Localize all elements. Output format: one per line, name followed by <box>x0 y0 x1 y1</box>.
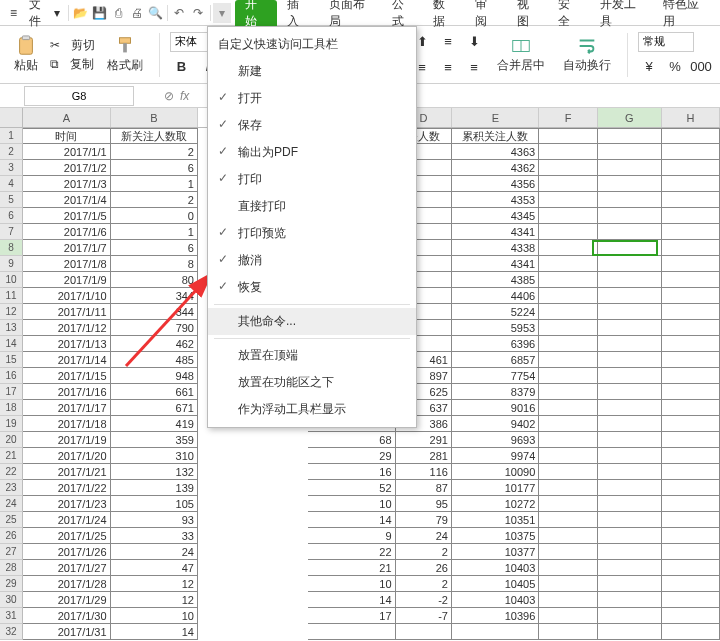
cell[interactable] <box>598 576 662 592</box>
col-header-b[interactable]: B <box>111 108 198 127</box>
row-header[interactable]: 4 <box>0 176 23 192</box>
cell[interactable]: 8 <box>111 256 198 272</box>
cell[interactable] <box>662 448 720 464</box>
cell[interactable]: 4385 <box>452 272 539 288</box>
cell[interactable]: 8379 <box>452 384 539 400</box>
dropdown-item-7[interactable]: ✓撤消 <box>208 247 416 274</box>
row-header[interactable]: 6 <box>0 208 23 224</box>
cell[interactable] <box>598 240 662 256</box>
cell[interactable] <box>662 176 720 192</box>
cell[interactable]: 10351 <box>452 512 539 528</box>
cell[interactable] <box>662 496 720 512</box>
cell[interactable]: 4362 <box>452 160 539 176</box>
cell[interactable]: 116 <box>396 464 452 480</box>
cell[interactable] <box>539 240 597 256</box>
merge-button[interactable]: 合并居中 <box>491 33 551 76</box>
cell[interactable] <box>598 288 662 304</box>
cell[interactable]: 0 <box>111 208 198 224</box>
cell[interactable] <box>539 208 597 224</box>
cell[interactable] <box>598 384 662 400</box>
cell[interactable]: 9402 <box>452 416 539 432</box>
row-header[interactable]: 26 <box>0 528 23 544</box>
row-header[interactable]: 12 <box>0 304 23 320</box>
cell[interactable] <box>662 432 720 448</box>
cell[interactable]: 4353 <box>452 192 539 208</box>
dropdown-item-8[interactable]: ✓恢复 <box>208 274 416 301</box>
row-header[interactable]: 22 <box>0 464 23 480</box>
cell[interactable]: 2017/1/23 <box>23 496 110 512</box>
cell[interactable] <box>539 320 597 336</box>
cell[interactable] <box>539 560 597 576</box>
cell[interactable]: 12 <box>111 592 198 608</box>
row-header[interactable]: 15 <box>0 352 23 368</box>
print-icon[interactable]: 🖨 <box>128 3 147 23</box>
row-header[interactable]: 3 <box>0 160 23 176</box>
cell[interactable]: 16 <box>308 464 395 480</box>
row-header[interactable]: 20 <box>0 432 23 448</box>
cell[interactable]: 10 <box>308 496 395 512</box>
cell[interactable]: 10403 <box>452 592 539 608</box>
cell[interactable] <box>662 576 720 592</box>
cell[interactable]: 344 <box>111 288 198 304</box>
cell[interactable]: 4341 <box>452 256 539 272</box>
cell[interactable] <box>598 192 662 208</box>
cell[interactable]: 10403 <box>452 560 539 576</box>
cell[interactable]: 2017/1/9 <box>23 272 110 288</box>
align-center-button[interactable]: ≡ <box>437 57 459 79</box>
cell[interactable]: 2017/1/4 <box>23 192 110 208</box>
bold-button[interactable]: B <box>170 56 192 78</box>
cell[interactable]: 344 <box>111 304 198 320</box>
row-header[interactable]: 25 <box>0 512 23 528</box>
cell[interactable]: 9 <box>308 528 395 544</box>
cell[interactable]: 2017/1/18 <box>23 416 110 432</box>
cell[interactable]: 9693 <box>452 432 539 448</box>
cell[interactable]: 105 <box>111 496 198 512</box>
cell[interactable] <box>539 224 597 240</box>
row-header[interactable]: 28 <box>0 560 23 576</box>
row-header[interactable]: 23 <box>0 480 23 496</box>
cell[interactable]: 10375 <box>452 528 539 544</box>
cell[interactable]: 419 <box>111 416 198 432</box>
cell[interactable] <box>598 624 662 640</box>
dropdown-place-float[interactable]: 作为浮动工具栏显示 <box>208 396 416 423</box>
cell[interactable] <box>598 272 662 288</box>
row-header[interactable]: 24 <box>0 496 23 512</box>
cell[interactable]: 4338 <box>452 240 539 256</box>
cell[interactable]: 累积关注人数 <box>452 128 539 144</box>
cell[interactable]: 310 <box>111 448 198 464</box>
cell[interactable]: 80 <box>111 272 198 288</box>
cell[interactable]: 79 <box>396 512 452 528</box>
cell[interactable] <box>539 384 597 400</box>
cell[interactable] <box>662 608 720 624</box>
cell[interactable]: 1 <box>111 224 198 240</box>
cell[interactable] <box>539 624 597 640</box>
row-header[interactable]: 19 <box>0 416 23 432</box>
cell[interactable] <box>539 176 597 192</box>
cell[interactable]: 2017/1/8 <box>23 256 110 272</box>
cell[interactable] <box>662 416 720 432</box>
cell[interactable] <box>396 624 452 640</box>
cell[interactable]: 2 <box>396 544 452 560</box>
cell[interactable] <box>662 304 720 320</box>
col-header-a[interactable]: A <box>23 108 110 127</box>
cell[interactable] <box>598 304 662 320</box>
cell[interactable]: 4341 <box>452 224 539 240</box>
cell[interactable]: 10272 <box>452 496 539 512</box>
cell[interactable] <box>662 240 720 256</box>
cell[interactable] <box>539 512 597 528</box>
cell[interactable]: 281 <box>396 448 452 464</box>
cell[interactable] <box>662 400 720 416</box>
cell[interactable]: 10 <box>111 608 198 624</box>
cell[interactable] <box>598 144 662 160</box>
row-header[interactable]: 32 <box>0 624 23 640</box>
cell[interactable] <box>598 320 662 336</box>
cell[interactable] <box>452 624 539 640</box>
cell[interactable] <box>598 592 662 608</box>
cell[interactable] <box>598 256 662 272</box>
tab-insert[interactable]: 插入 <box>277 0 319 26</box>
dropdown-item-3[interactable]: ✓输出为PDF <box>208 139 416 166</box>
col-header-h[interactable]: H <box>662 108 720 127</box>
cell[interactable]: 14 <box>308 512 395 528</box>
dropdown-item-0[interactable]: 新建 <box>208 58 416 85</box>
col-header-g[interactable]: G <box>598 108 662 127</box>
